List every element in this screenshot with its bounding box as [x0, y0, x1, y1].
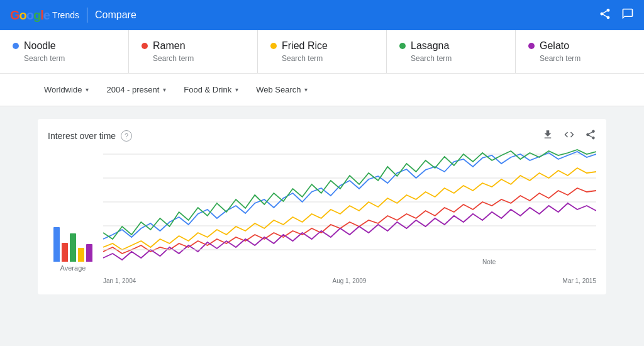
- main-content: Interest over time ?: [0, 106, 644, 304]
- ramen-name: Ramen: [153, 40, 186, 52]
- header-right: [599, 8, 634, 23]
- filters-bar: Worldwide ▾ 2004 - present ▾ Food & Drin…: [0, 74, 644, 106]
- header-left: Google Trends Compare: [10, 8, 136, 23]
- gelato-name: Gelato: [540, 40, 569, 52]
- card-title: Interest over time: [48, 131, 116, 141]
- mini-bar-gelato: [86, 244, 92, 262]
- search-type-chevron: ▾: [304, 86, 308, 93]
- fried-rice-name: Fried Rice: [282, 40, 328, 52]
- mini-bar-fried-rice: [78, 248, 84, 262]
- gelato-type: Search term: [528, 54, 631, 63]
- category-label: Food & Drink: [184, 85, 231, 94]
- time-range-label: 2004 - present: [106, 85, 159, 94]
- average-label: Average: [60, 264, 86, 272]
- logo-trends: Trends: [52, 10, 79, 20]
- ramen-type: Search term: [142, 54, 245, 63]
- gelato-line: [103, 203, 596, 260]
- filter-worldwide[interactable]: Worldwide ▾: [38, 81, 95, 98]
- share-icon[interactable]: [599, 8, 611, 23]
- card-header: Interest over time ?: [48, 129, 596, 143]
- lasagna-type: Search term: [399, 54, 502, 63]
- lasagna-dot: [399, 43, 406, 49]
- time-range-chevron: ▾: [163, 86, 166, 93]
- ramen-dot: [142, 43, 148, 49]
- mini-bar-lasagna: [70, 233, 76, 262]
- filter-category[interactable]: Food & Drink ▾: [177, 81, 245, 98]
- search-term-gelato[interactable]: Gelato Search term: [516, 30, 644, 73]
- search-type-label: Web Search: [256, 85, 301, 94]
- x-axis-labels: Jan 1, 2004 Aug 1, 2009 Mar 1, 2015: [103, 277, 596, 284]
- logo-google: Google: [10, 8, 50, 23]
- gelato-dot: [528, 43, 535, 49]
- search-term-lasagna[interactable]: Lasagna Search term: [387, 30, 516, 73]
- x-label-2015: Mar 1, 2015: [563, 277, 596, 284]
- fried-rice-dot: [270, 43, 277, 49]
- search-terms-bar: Noodle Search term Ramen Search term Fri…: [0, 30, 644, 74]
- help-icon[interactable]: ?: [121, 130, 132, 142]
- fried-rice-type: Search term: [270, 54, 374, 63]
- x-label-2009: Aug 1, 2009: [332, 277, 366, 284]
- google-trends-logo: Google Trends: [10, 8, 79, 23]
- worldwide-chevron: ▾: [86, 86, 89, 93]
- lasagna-name: Lasagna: [411, 40, 449, 52]
- noodle-name: Noodle: [24, 40, 56, 52]
- ramen-line: [103, 188, 596, 254]
- share-chart-icon[interactable]: [585, 129, 596, 143]
- search-term-fried-rice[interactable]: Fried Rice Search term: [258, 30, 387, 73]
- x-label-2004: Jan 1, 2004: [103, 277, 136, 284]
- mini-bar-noodle: [53, 227, 60, 262]
- noodle-type: Search term: [13, 54, 116, 63]
- search-term-noodle[interactable]: Noodle Search term: [0, 30, 129, 73]
- mini-bar-chart: [53, 224, 92, 262]
- search-term-ramen[interactable]: Ramen Search term: [129, 30, 258, 73]
- filter-time-range[interactable]: 2004 - present ▾: [100, 81, 172, 98]
- card-actions: [542, 129, 596, 143]
- category-chevron: ▾: [235, 86, 238, 93]
- noodle-dot: [13, 43, 19, 49]
- header: Google Trends Compare: [0, 0, 644, 30]
- header-compare: Compare: [95, 9, 136, 21]
- header-divider: [87, 8, 87, 23]
- download-icon[interactable]: [542, 129, 553, 143]
- worldwide-label: Worldwide: [44, 85, 82, 94]
- chart-container: Average 100 75 50 25: [48, 148, 596, 284]
- mini-bar-ramen: [62, 243, 68, 262]
- chart-left: Average: [48, 148, 98, 284]
- filter-search-type[interactable]: Web Search ▾: [250, 81, 314, 98]
- line-chart-svg: 100 75 50 25: [103, 148, 596, 274]
- chart-right: 100 75 50 25: [103, 148, 596, 284]
- interest-over-time-card: Interest over time ?: [38, 119, 606, 294]
- svg-text:Note: Note: [482, 259, 496, 265]
- app-root: Google Trends Compare Noodle Search term: [0, 0, 644, 304]
- feedback-icon[interactable]: [621, 8, 634, 23]
- embed-icon[interactable]: [564, 129, 575, 143]
